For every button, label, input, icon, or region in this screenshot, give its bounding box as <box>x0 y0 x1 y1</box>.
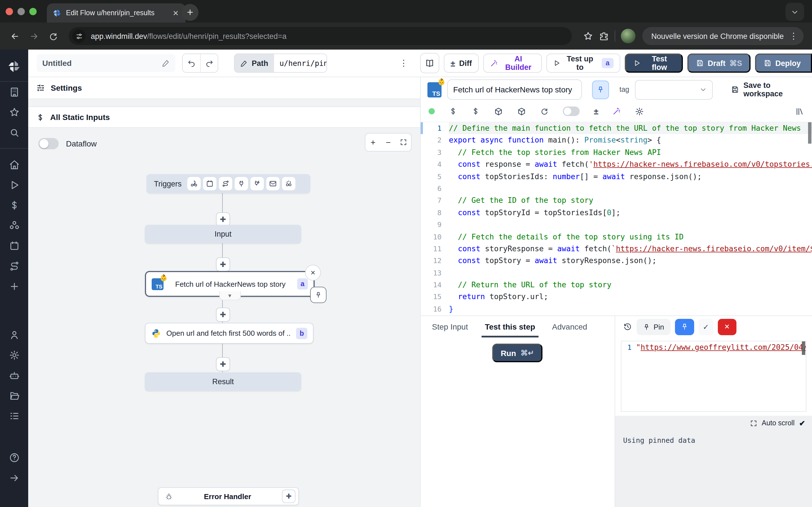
back-button[interactable] <box>7 28 22 44</box>
editor-toggle[interactable] <box>563 107 580 116</box>
path-group[interactable]: Path u/henri/pin <box>234 54 327 73</box>
sidebar-item-plus[interactable] <box>0 276 28 296</box>
sidebar-item-play[interactable] <box>0 175 28 195</box>
reload-icon[interactable] <box>540 107 549 115</box>
history-icon[interactable] <box>623 322 632 331</box>
delete-step-button[interactable]: ✕ <box>305 265 321 281</box>
sidebar-item-bot[interactable] <box>0 365 28 385</box>
deploy-button[interactable]: Deploy <box>755 54 812 73</box>
editor-scrollbar-thumb[interactable] <box>808 122 811 144</box>
new-tab-button[interactable]: + <box>182 4 199 21</box>
code-line-12[interactable]: 12 const topStory = await storyResponse.… <box>421 255 812 267</box>
code-line-1[interactable]: 1"https://www.geoffreylitt.com/2025/04/1… <box>621 341 806 353</box>
tag-select[interactable] <box>635 80 713 100</box>
site-info-icon[interactable] <box>72 29 86 43</box>
test-flow-button[interactable]: Test flow <box>625 54 683 73</box>
input-node[interactable]: Input <box>145 225 301 243</box>
code-line-8[interactable]: 8 const topStoryId = topStoriesIds[0]; <box>421 207 812 219</box>
code-line-11[interactable]: 11 const storyResponse = await fetch(`ht… <box>421 243 812 255</box>
tab-test-this-step[interactable]: Test this step <box>485 316 535 337</box>
add-error-handler-button[interactable]: ✚ <box>282 490 296 503</box>
undo-button[interactable] <box>183 54 200 72</box>
code-line-17[interactable]: 17 <box>421 315 812 316</box>
sidebar-item-list[interactable] <box>0 406 28 426</box>
ai-wand-icon[interactable] <box>612 107 621 115</box>
trigger-kafka-button[interactable] <box>250 177 264 190</box>
code-line-15[interactable]: 15 return topStory.url; <box>421 291 812 303</box>
all-static-inputs-row[interactable]: All Static Inputs <box>28 107 420 128</box>
sidebar-item-dollar[interactable] <box>0 195 28 215</box>
ai-builder-button[interactable]: AI Builder <box>483 54 542 73</box>
profile-avatar[interactable] <box>621 29 636 43</box>
trigger-websocket-button[interactable] <box>235 177 248 190</box>
zoom-out-button[interactable]: − <box>380 133 396 151</box>
trigger-email-button[interactable] <box>266 177 280 190</box>
step-name-input[interactable]: Fetch url of HackerNews top story <box>447 79 582 100</box>
library-icon[interactable] <box>795 107 804 116</box>
save-to-workspace-button[interactable]: Save to workspace <box>731 81 805 98</box>
draft-button[interactable]: Draft ⌘S <box>688 54 751 73</box>
insert-step-button[interactable]: ✚ <box>216 258 230 272</box>
code-line-5[interactable]: 5 const topStoriesIds: number[] = await … <box>421 170 812 182</box>
flow-settings-row[interactable]: Settings <box>28 77 420 99</box>
fit-view-button[interactable] <box>396 133 411 151</box>
sidebar-item-search[interactable] <box>0 122 28 143</box>
pin-button[interactable]: Pin <box>637 319 670 335</box>
test-up-to-button[interactable]: Test up to a <box>546 54 620 73</box>
flow-name-input[interactable]: Untitled <box>37 54 175 72</box>
sidebar-item-calendar[interactable] <box>0 235 28 256</box>
extensions-icon[interactable] <box>599 31 609 41</box>
insert-step-button[interactable]: ✚ <box>216 307 230 322</box>
tab-advanced[interactable]: Advanced <box>552 316 587 337</box>
code-line-16[interactable]: 16} <box>421 303 812 315</box>
result-node[interactable]: Result <box>145 372 301 391</box>
chrome-update-button[interactable]: Nouvelle version de Chrome disponible ⋮ <box>642 27 804 45</box>
code-line-10[interactable]: 10 // Fetch the details of the top story… <box>421 231 812 243</box>
resources-icon[interactable] <box>471 107 480 115</box>
code-line-6[interactable]: 6 <box>421 182 812 194</box>
remove-pin-button[interactable]: ✕ <box>718 319 737 335</box>
step-node-a[interactable]: 👶TS Fetch url of HackerNews top story a … <box>145 271 315 297</box>
browser-menu-icon[interactable]: ⋮ <box>787 31 800 41</box>
sidebar-item-building[interactable] <box>0 82 28 102</box>
pinned-scrollbar-thumb[interactable] <box>802 341 805 355</box>
trigger-schedule-button[interactable] <box>203 177 216 190</box>
code-line-13[interactable]: 13 <box>421 267 812 279</box>
triggers-node[interactable]: Triggers <box>147 174 310 193</box>
settings-gear-icon[interactable] <box>635 107 644 116</box>
test-up-to-step-badge[interactable]: a <box>602 58 613 68</box>
diff-icon[interactable]: ± <box>594 107 598 116</box>
sidebar-item-user[interactable] <box>0 325 28 345</box>
tab-search-button[interactable] <box>785 3 804 21</box>
sidebar-item-gear[interactable] <box>0 345 28 365</box>
flow-canvas[interactable]: Dataflow + − Triggers <box>28 128 420 507</box>
code-line-4[interactable]: 4 const response = await fetch('https://… <box>421 158 812 170</box>
zoom-in-button[interactable]: + <box>365 133 380 151</box>
sidebar-item-arrow-right[interactable] <box>0 467 28 488</box>
package-icon[interactable] <box>517 107 526 116</box>
sidebar-item-boxes[interactable] <box>0 215 28 235</box>
step-node-b[interactable]: Open url and fetch first 500 words of ..… <box>145 323 313 344</box>
pinned-data-editor[interactable]: 1"https://www.geoffreylitt.com/2025/04/1… <box>621 341 806 412</box>
sidebar-item-star[interactable] <box>0 102 28 122</box>
pin-toggle-button[interactable] <box>592 80 609 99</box>
confirm-pin-button[interactable]: ✓ <box>699 319 713 335</box>
code-line-14[interactable]: 14 // Return the URL of the top story <box>421 279 812 291</box>
pinned-indicator[interactable] <box>310 287 326 303</box>
sidebar-item-route[interactable] <box>0 256 28 276</box>
package-icon[interactable] <box>494 107 503 116</box>
dataflow-toggle[interactable] <box>38 138 59 149</box>
address-bar[interactable]: app.windmill.dev/flows/edit/u/henri/pin_… <box>69 27 572 45</box>
minimize-window-button[interactable] <box>17 8 25 15</box>
docs-button[interactable] <box>420 53 439 73</box>
error-handler-node[interactable]: Error Handler ✚ <box>158 487 299 505</box>
diff-button[interactable]: ± Diff <box>444 54 478 73</box>
trigger-scheduled-poll-button[interactable] <box>282 177 296 190</box>
sidebar-item-home[interactable] <box>0 154 28 175</box>
more-options-icon[interactable]: ⋮ <box>400 58 408 68</box>
variables-icon[interactable] <box>449 107 457 115</box>
browser-tab[interactable]: Edit Flow u/henri/pin_results ✕ <box>47 3 186 22</box>
code-line-3[interactable]: 3 // Fetch the top stories from Hacker N… <box>421 147 812 159</box>
close-window-button[interactable] <box>6 8 13 15</box>
zoom-window-button[interactable] <box>29 8 37 15</box>
